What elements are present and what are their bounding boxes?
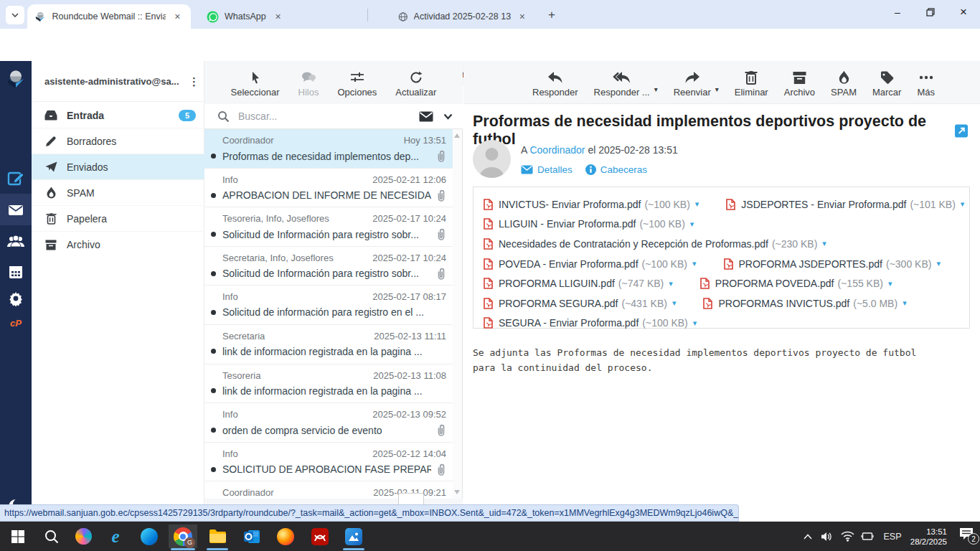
search-input[interactable]: Buscar...: [238, 110, 419, 122]
list-scrollbar[interactable]: [453, 129, 462, 499]
scroll-up-icon[interactable]: [454, 133, 460, 138]
details-toggle[interactable]: Detalles: [521, 164, 573, 175]
unread-dot: [211, 193, 216, 198]
attachment-menu-caret[interactable]: ▾: [822, 239, 826, 248]
attachment-menu-caret[interactable]: ▾: [695, 199, 699, 209]
minimize-button[interactable]: –: [881, 0, 914, 24]
volume-icon[interactable]: [818, 522, 837, 551]
attachment-menu-caret[interactable]: ▾: [672, 298, 677, 308]
search-bar[interactable]: Buscar...: [204, 104, 463, 129]
forward-button[interactable]: Reenviar: [674, 61, 711, 103]
forward-menu-caret[interactable]: ▾: [715, 85, 719, 93]
archive-button[interactable]: Archivo: [784, 61, 815, 103]
delete-button[interactable]: Eliminar: [735, 61, 768, 103]
refresh-button[interactable]: Actualizar: [395, 61, 436, 104]
sidebar-item-spam[interactable]: SPAM: [32, 180, 204, 206]
reply-button[interactable]: Responder: [532, 61, 578, 103]
list-item[interactable]: Tesoreria, Info, Joseflores2025-02-17 10…: [204, 207, 453, 247]
start-button[interactable]: [4, 524, 32, 548]
tray-chevron-icon[interactable]: [799, 522, 816, 551]
attachment-item[interactable]: PROFORMA LLIGUIN.pdf(~747 KB)▾: [484, 278, 673, 289]
list-item[interactable]: CoordinadorHoy 13:51 Proformas de necesi…: [204, 129, 453, 169]
attachment-item[interactable]: POVEDA - Enviar Proforma.pdf(~100 KB)▾: [484, 258, 697, 270]
attachment-item[interactable]: INVICTUS- Enviar Proforma.pdf(~100 KB)▾: [484, 199, 699, 210]
notification-center-icon[interactable]: 2: [958, 527, 974, 541]
attachment-item[interactable]: LLIGUIN - Enviar Proforma.pdf(~100 KB)▾: [484, 218, 694, 230]
list-item[interactable]: Tesoreria2025-02-13 11:08 link de inform…: [204, 364, 453, 404]
tab-roundcube[interactable]: Roundcube Webmail :: Enviados ×: [27, 4, 191, 29]
search-options-chevron-icon[interactable]: [443, 113, 453, 120]
list-item[interactable]: Secretaria, Info, Joseflores2025-02-17 1…: [204, 247, 453, 286]
taskbar-search-icon[interactable]: [37, 524, 66, 548]
more-button[interactable]: Más: [917, 61, 935, 103]
tab-close-icon[interactable]: ×: [272, 10, 285, 23]
spam-button[interactable]: SPAM: [831, 61, 857, 103]
contacts-icon[interactable]: [0, 233, 32, 249]
internet-explorer-icon[interactable]: e: [101, 524, 130, 548]
attachment-item[interactable]: PROFORMA JSDEPORTES.pdf(~300 KB)▾: [724, 258, 941, 270]
attachment-item[interactable]: PROFORMA POVEDA.pdf(~155 KB)▾: [700, 278, 892, 289]
open-in-new-window-icon[interactable]: [955, 124, 968, 138]
attachment-menu-caret[interactable]: ▾: [692, 259, 697, 268]
list-item[interactable]: Info2025-02-21 12:06 APROBACION DEL INFO…: [204, 169, 453, 208]
sidebar-item-archivo[interactable]: Archivo: [32, 232, 204, 258]
select-button[interactable]: Seleccionar: [231, 61, 280, 104]
copilot-icon[interactable]: [69, 524, 98, 548]
list-item[interactable]: Secretaria2025-02-13 11:11 link de infor…: [204, 325, 453, 364]
restore-button[interactable]: [914, 0, 947, 24]
attachment-menu-caret[interactable]: ▾: [961, 199, 965, 209]
reply-all-button[interactable]: Responder ...: [594, 61, 650, 103]
attachment-menu-caret[interactable]: ▾: [903, 298, 907, 308]
close-button[interactable]: ×: [947, 0, 980, 24]
sidebar-item-papelera[interactable]: Papelera: [32, 206, 204, 232]
headers-toggle[interactable]: Cabeceras: [585, 164, 647, 175]
reply-all-menu-caret[interactable]: ▾: [654, 85, 658, 93]
firefox-icon[interactable]: [271, 524, 300, 548]
attachment-item[interactable]: Necesidades de Contratación y Recepción …: [484, 238, 826, 250]
sidebar-item-enviados[interactable]: Enviados: [32, 154, 204, 180]
tab-search-button[interactable]: [6, 6, 24, 24]
tab-whatsapp[interactable]: WhatsApp ×: [199, 4, 359, 29]
attachment-menu-caret[interactable]: ▾: [936, 259, 941, 268]
language-indicator[interactable]: ESP: [880, 522, 905, 551]
sidebar-item-borradores[interactable]: Borradores: [32, 128, 204, 154]
calendar-icon[interactable]: [0, 264, 32, 280]
attachment-menu-caret[interactable]: ▾: [693, 319, 697, 328]
search-scope-mail-icon[interactable]: [419, 111, 433, 122]
tab-actividad[interactable]: Actividad 2025-02-28 13:00:00 ×: [391, 4, 534, 29]
threads-button[interactable]: Hilos: [298, 61, 319, 104]
attachment-item[interactable]: PROFORMAS INVICTUS.pdf(~5.0 MB)▾: [703, 298, 906, 309]
taskbar-clock[interactable]: 13:51 28/2/2025: [910, 522, 947, 551]
tab-close-icon[interactable]: ×: [171, 10, 184, 23]
cpanel-icon[interactable]: cP: [0, 318, 32, 329]
attachment-item[interactable]: PROFORMA SEGURA.pdf(~431 KB)▾: [484, 298, 676, 309]
compose-icon[interactable]: [0, 170, 32, 187]
attachment-menu-caret[interactable]: ▾: [690, 220, 694, 229]
list-item[interactable]: Info2025-02-17 08:17 Solicitud de inform…: [204, 286, 453, 325]
attachment-item[interactable]: JSDEPORTES - Enviar Proforma.pdf(~101 KB…: [726, 199, 964, 210]
mail-icon[interactable]: [0, 202, 32, 219]
attachment-menu-caret[interactable]: ▾: [669, 279, 673, 288]
options-button[interactable]: Opciones: [337, 61, 377, 104]
attachment-menu-caret[interactable]: ▾: [888, 279, 892, 288]
settings-gear-icon[interactable]: [0, 291, 32, 306]
acrobat-icon[interactable]: [306, 524, 334, 548]
file-explorer-icon[interactable]: [203, 524, 232, 548]
scroll-down-icon[interactable]: [454, 490, 460, 494]
wifi-icon[interactable]: [838, 522, 857, 551]
recipient-link[interactable]: Coordinador: [529, 144, 585, 156]
photos-icon[interactable]: [339, 524, 368, 548]
outlook-icon[interactable]: [237, 524, 266, 548]
pdf-file-icon: [484, 258, 493, 270]
edge-icon[interactable]: [135, 524, 164, 548]
attachment-item[interactable]: SEGURA - Enviar Proforma.pdf(~100 KB)▾: [484, 317, 697, 329]
new-tab-button[interactable]: +: [543, 6, 560, 24]
cast-display-icon[interactable]: [858, 522, 877, 551]
mark-button[interactable]: Marcar: [872, 61, 901, 103]
tab-close-icon[interactable]: ×: [517, 10, 527, 23]
sidebar-item-entrada[interactable]: Entrada 5: [32, 103, 204, 128]
account-menu-button[interactable]: ⋮: [189, 80, 199, 83]
list-item[interactable]: Info2025-02-12 14:04 SOLICITUD DE APROBA…: [204, 443, 453, 482]
chrome-icon[interactable]: G: [169, 524, 197, 548]
list-item[interactable]: Info2025-02-13 09:52 orden de compra ser…: [204, 403, 453, 443]
